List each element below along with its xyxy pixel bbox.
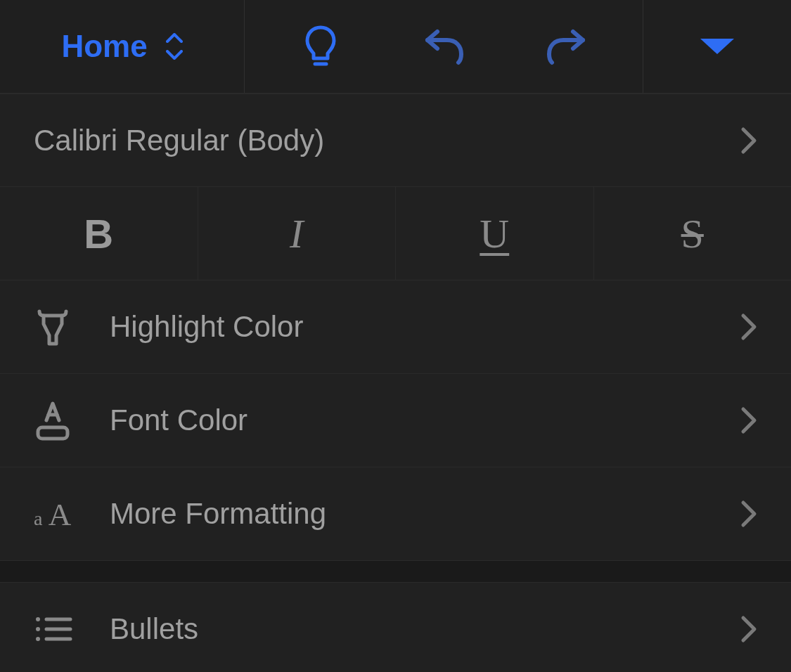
triangle-down-icon bbox=[697, 36, 737, 57]
bold-glyph: B bbox=[84, 210, 113, 257]
bold-button[interactable]: B bbox=[0, 187, 198, 280]
font-name-label: Calibri Regular (Body) bbox=[34, 124, 740, 157]
italic-button[interactable]: I bbox=[198, 187, 397, 280]
font-color-icon bbox=[34, 399, 76, 441]
lightbulb-icon bbox=[303, 25, 338, 68]
font-selector-row[interactable]: Calibri Regular (Body) bbox=[0, 93, 791, 187]
bullets-row[interactable]: Bullets bbox=[0, 582, 791, 672]
svg-point-7 bbox=[36, 627, 40, 631]
svg-text:a: a bbox=[34, 508, 43, 529]
svg-text:A: A bbox=[49, 497, 72, 531]
chevron-right-icon bbox=[740, 127, 757, 155]
underline-button[interactable]: U bbox=[396, 187, 594, 280]
highlight-color-row[interactable]: Highlight Color bbox=[0, 280, 791, 374]
section-gap bbox=[0, 561, 791, 582]
font-color-row[interactable]: Font Color bbox=[0, 374, 791, 467]
more-formatting-label: More Formatting bbox=[110, 497, 740, 531]
chevron-right-icon bbox=[740, 313, 757, 341]
more-formatting-icon: a A bbox=[34, 496, 76, 531]
svg-point-9 bbox=[36, 637, 40, 641]
collapse-ribbon-button[interactable] bbox=[643, 0, 791, 93]
highlight-color-label: Highlight Color bbox=[110, 310, 740, 344]
strike-glyph: S bbox=[681, 210, 704, 257]
chevron-right-icon bbox=[740, 615, 757, 643]
toolbar: Home bbox=[0, 0, 791, 93]
bullets-label: Bullets bbox=[110, 612, 740, 646]
ribbon-tab-selector[interactable]: Home bbox=[0, 0, 245, 93]
undo-icon bbox=[423, 27, 464, 65]
strikethrough-button[interactable]: S bbox=[594, 187, 792, 280]
text-style-row: B I U S bbox=[0, 187, 791, 280]
underline-glyph: U bbox=[480, 210, 509, 257]
italic-glyph: I bbox=[290, 210, 303, 257]
svg-rect-2 bbox=[38, 427, 67, 439]
bullets-icon bbox=[34, 614, 76, 645]
svg-point-5 bbox=[36, 617, 40, 621]
more-formatting-row[interactable]: a A More Formatting bbox=[0, 467, 791, 561]
chevron-right-icon bbox=[740, 500, 757, 528]
undo-button[interactable] bbox=[419, 22, 468, 71]
chevron-right-icon bbox=[740, 406, 757, 434]
toolbar-actions bbox=[245, 0, 643, 93]
highlighter-icon bbox=[34, 307, 76, 347]
tell-me-button[interactable] bbox=[296, 22, 345, 71]
redo-button[interactable] bbox=[542, 22, 591, 71]
ribbon-tab-label: Home bbox=[61, 29, 147, 64]
font-color-label: Font Color bbox=[110, 403, 740, 437]
redo-icon bbox=[546, 27, 587, 65]
up-down-icon bbox=[166, 33, 183, 60]
